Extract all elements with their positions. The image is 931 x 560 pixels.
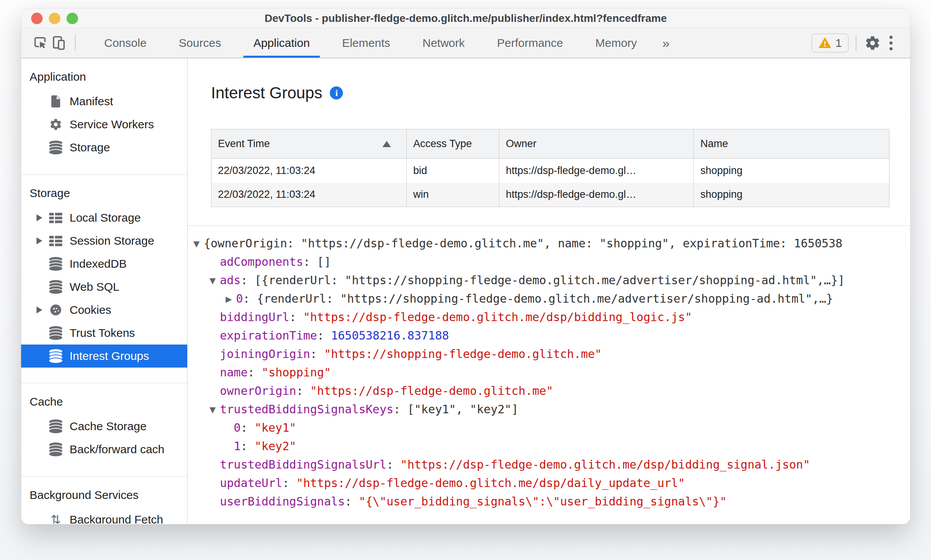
column-header-name[interactable]: Name (694, 129, 889, 159)
cell-event-time[interactable]: 22/03/2022, 11:03:24 (211, 159, 407, 183)
table-row[interactable]: 22/03/2022, 11:03:24 win https://dsp-fle… (211, 183, 889, 207)
database-icon (48, 349, 63, 363)
preview-text: : (386, 458, 400, 471)
tab-elements[interactable]: Elements (326, 28, 406, 58)
sidebar-item-label: Storage (70, 141, 110, 154)
cell-name[interactable]: shopping (694, 183, 889, 207)
cell-access-type[interactable]: bid (407, 159, 499, 183)
expand-arrow-icon[interactable] (37, 307, 48, 313)
preview-text: : (248, 366, 261, 379)
sidebar-item-manifest[interactable]: Manifest (21, 90, 187, 113)
column-header-owner[interactable]: Owner (499, 129, 694, 159)
preview-text: : (241, 421, 254, 434)
sidebar-item-cache-storage[interactable]: Cache Storage (21, 415, 187, 438)
tree-line: ▼{ownerOrigin: "https://dsp-fledge-demo.… (188, 234, 910, 253)
property-key: ownerOrigin (220, 384, 296, 398)
tree-line: name: "shopping" (188, 363, 910, 382)
preview-text: : ["key1", "key2"] (394, 403, 519, 416)
tab-application[interactable]: Application (237, 28, 326, 58)
column-header-event-time[interactable]: Event Time (211, 129, 407, 159)
tree-line: 0: "key1" (188, 419, 910, 437)
cell-access-type[interactable]: win (407, 183, 499, 207)
column-header-access-type[interactable]: Access Type (407, 129, 499, 159)
sidebar-item-trust-tokens[interactable]: Trust Tokens (21, 321, 187, 345)
device-toolbar-icon[interactable] (50, 34, 68, 52)
tree-line: adComponents: [] (188, 253, 910, 271)
sidebar-item-background-fetch[interactable]: ⇅ Background Fetch (21, 508, 187, 524)
warning-count: 1 (835, 36, 842, 50)
cell-owner[interactable]: https://dsp-fledge-demo.gl… (499, 183, 694, 207)
sidebar-item-session-storage[interactable]: Session Storage (21, 229, 187, 252)
cell-name[interactable]: shopping (694, 159, 889, 183)
tree-line: joiningOrigin: "https://shopping-fledge-… (188, 345, 910, 363)
string-value: "https://dsp-fledge-demo.glitch.me/dsp/d… (296, 476, 685, 490)
table-icon (48, 236, 63, 246)
sidebar-item-indexeddb[interactable]: IndexedDB (21, 252, 187, 275)
property-key: userBiddingSignals (220, 495, 345, 508)
preview-text: : [{renderUrl: "https://shopping-fledge-… (241, 273, 845, 287)
section-title: Background Services (21, 487, 187, 504)
tab-performance[interactable]: Performance (481, 28, 579, 58)
cell-owner[interactable]: https://dsp-fledge-demo.gl… (499, 159, 694, 183)
toolbar-right-controls: 1 (811, 33, 900, 53)
tab-memory[interactable]: Memory (579, 28, 653, 58)
triangle-down-icon[interactable]: ▼ (207, 401, 218, 419)
expand-arrow-icon[interactable] (37, 237, 48, 244)
info-icon[interactable]: i (330, 86, 343, 99)
string-value: "shopping" (261, 366, 331, 379)
table-row[interactable]: 22/03/2022, 11:03:24 bid https://dsp-fle… (211, 159, 889, 183)
sidebar-item-label: Local Storage (70, 211, 141, 224)
sidebar-item-service-workers[interactable]: Service Workers (21, 113, 187, 136)
preview-text: : (241, 439, 254, 453)
preview-text: {ownerOrigin: "https://dsp-fledge-demo.g… (204, 237, 843, 250)
triangle-down-icon[interactable]: ▼ (191, 235, 202, 253)
tree-line: updateUrl: "https://dsp-fledge-demo.glit… (188, 474, 910, 492)
preview-text: : [] (303, 255, 331, 268)
tab-network[interactable]: Network (406, 28, 481, 58)
inspect-element-icon[interactable] (31, 34, 50, 52)
preview-text: : (317, 329, 331, 342)
sidebar-item-storage[interactable]: Storage (21, 136, 187, 159)
property-key: trustedBiddingSignalsKeys (220, 403, 394, 416)
page-title: Interest Groups (211, 84, 322, 102)
triangle-down-icon[interactable]: ▼ (207, 272, 218, 290)
property-key: 1 (234, 439, 241, 453)
window-titlebar: DevTools - publisher-fledge-demo.glitch.… (21, 8, 910, 28)
interest-groups-table: Event Time Access Type Owner Name 22/03/… (211, 129, 889, 207)
tab-console[interactable]: Console (88, 28, 163, 58)
string-value: "https://shopping-fledge-demo.glitch.me" (324, 347, 602, 361)
string-value: "key1" (254, 421, 296, 434)
more-tabs-button[interactable]: » (653, 28, 679, 58)
sidebar-item-back-forward-cache[interactable]: Back/forward cach (21, 438, 187, 461)
tree-line: ▼ads: [{renderUrl: "https://shopping-fle… (188, 271, 910, 290)
tab-sources[interactable]: Sources (163, 28, 237, 58)
sidebar-item-interest-groups[interactable]: Interest Groups (21, 345, 187, 368)
property-key: adComponents (220, 255, 303, 268)
sidebar-item-label: Background Fetch (70, 513, 163, 524)
settings-gear-icon[interactable] (863, 34, 882, 52)
sidebar-item-local-storage[interactable]: Local Storage (21, 206, 187, 229)
sidebar-item-web-sql[interactable]: Web SQL (21, 275, 187, 298)
property-key: joiningOrigin (220, 347, 310, 361)
cell-event-time[interactable]: 22/03/2022, 11:03:24 (211, 183, 407, 207)
tree-line: ownerOrigin: "https://dsp-fledge-demo.gl… (188, 382, 910, 400)
property-key: 0 (236, 292, 243, 305)
warnings-badge[interactable]: 1 (811, 33, 849, 53)
sidebar-item-cookies[interactable]: Cookies (21, 298, 187, 321)
property-key: ads (220, 273, 241, 287)
string-value: "https://dsp-fledge-demo.glitch.me/dsp/b… (401, 458, 810, 471)
property-key: 0 (234, 421, 241, 434)
preview-text: : (289, 310, 303, 324)
document-icon (48, 95, 63, 108)
sidebar-item-label: Trust Tokens (70, 326, 135, 340)
triangle-right-icon[interactable]: ▶ (223, 290, 234, 308)
up-down-arrows-icon: ⇅ (48, 512, 63, 524)
expand-arrow-icon[interactable] (37, 214, 48, 221)
preview-text: : (310, 347, 324, 361)
gear-icon (48, 118, 63, 131)
kebab-menu-icon[interactable] (882, 34, 900, 52)
sidebar-item-label: IndexedDB (70, 257, 126, 270)
property-key: expirationTime (220, 329, 317, 342)
warning-icon (818, 36, 831, 50)
cookie-icon (48, 303, 63, 316)
